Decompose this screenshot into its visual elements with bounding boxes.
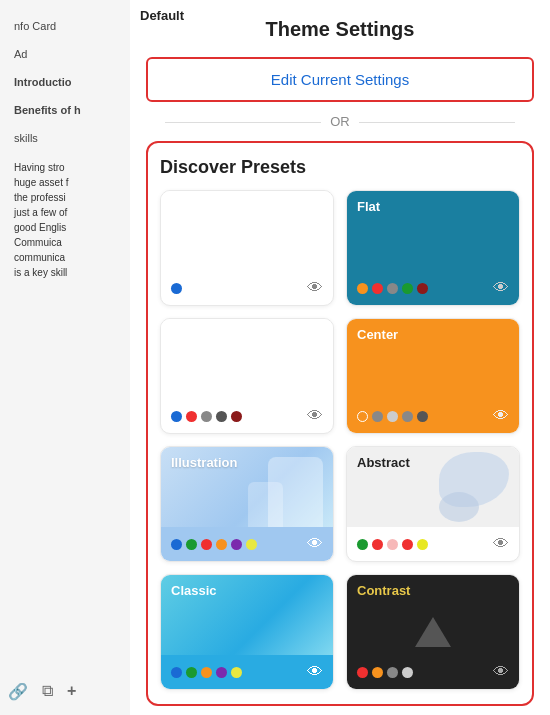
presets-grid: 👁 Default Flat 👁	[160, 190, 520, 690]
preset-name-abstract: Abstract	[357, 455, 410, 470]
color-dots-flat	[357, 283, 428, 294]
color-dots-illustration	[171, 539, 257, 550]
preset-footer-flat: 👁	[347, 271, 519, 305]
dot	[201, 411, 212, 422]
dot	[171, 667, 182, 678]
eye-icon-center[interactable]: 👁	[493, 407, 509, 425]
preset-footer-abstract: 👁	[347, 527, 519, 561]
or-divider: OR	[146, 114, 534, 129]
abstract-blob2	[439, 492, 479, 522]
dot	[171, 411, 182, 422]
edit-current-settings-button[interactable]: Edit Current Settings	[146, 57, 534, 102]
dot	[372, 667, 383, 678]
dot	[216, 539, 227, 550]
dot	[402, 411, 413, 422]
dot	[387, 539, 398, 550]
copy-icon[interactable]: ⧉	[42, 682, 53, 701]
dot	[201, 667, 212, 678]
eye-icon-default[interactable]: 👁	[307, 279, 323, 297]
dot	[201, 539, 212, 550]
preset-footer-colorful: 👁	[161, 399, 333, 433]
link-icon[interactable]: 🔗	[8, 682, 28, 701]
color-dots-abstract	[357, 539, 428, 550]
eye-icon-classic[interactable]: 👁	[307, 663, 323, 681]
color-dots-contrast	[357, 667, 413, 678]
bottom-icons: 🔗 ⧉ +	[8, 682, 76, 701]
dot	[357, 539, 368, 550]
info-card-label: nfo Card	[8, 16, 122, 36]
color-dots-center	[357, 411, 428, 422]
add-label: Ad	[8, 44, 122, 64]
presets-title: Discover Presets	[160, 157, 520, 178]
presets-section: Discover Presets 👁 Default Flat	[146, 141, 534, 706]
benefits-sub: skills	[8, 128, 122, 148]
preset-name-classic: Classic	[171, 583, 217, 598]
eye-icon-flat[interactable]: 👁	[493, 279, 509, 297]
preset-footer-illustration: 👁	[161, 527, 333, 561]
preset-card-colorful[interactable]: Colorful Font 👁	[160, 318, 334, 434]
dot	[186, 667, 197, 678]
intro-label: Introductio	[8, 72, 122, 92]
left-panel: nfo Card Ad Introductio Benefits of h sk…	[0, 0, 130, 715]
preset-preview-flat: Flat	[347, 191, 519, 271]
preset-name-center: Center	[357, 327, 398, 342]
eye-icon-abstract[interactable]: 👁	[493, 535, 509, 553]
preset-preview-default	[161, 191, 333, 271]
dot	[357, 411, 368, 422]
dot	[357, 667, 368, 678]
preset-card-flat[interactable]: Flat 👁	[346, 190, 520, 306]
eye-icon-contrast[interactable]: 👁	[493, 663, 509, 681]
preset-card-contrast[interactable]: Contrast 👁	[346, 574, 520, 690]
preset-name-illustration: Illustration	[171, 455, 237, 470]
preset-footer-center: 👁	[347, 399, 519, 433]
contrast-triangle	[415, 617, 451, 647]
illus-shape2	[248, 482, 283, 527]
preset-name-contrast: Contrast	[357, 583, 410, 598]
dot	[402, 283, 413, 294]
dot	[372, 539, 383, 550]
dot	[417, 411, 428, 422]
dot	[186, 411, 197, 422]
dot	[216, 667, 227, 678]
preset-card-classic[interactable]: Classic 👁	[160, 574, 334, 690]
preset-name-flat: Flat	[357, 199, 380, 214]
dot	[171, 283, 182, 294]
preset-card-default[interactable]: 👁 Default	[160, 190, 334, 306]
dot	[231, 411, 242, 422]
preset-preview-classic: Classic	[161, 575, 333, 655]
dot	[231, 667, 242, 678]
dot	[387, 283, 398, 294]
dot	[417, 283, 428, 294]
preset-preview-abstract: Abstract	[347, 447, 519, 527]
preset-preview-contrast: Contrast	[347, 575, 519, 655]
dot	[357, 283, 368, 294]
dot	[387, 667, 398, 678]
color-dots-classic	[171, 667, 242, 678]
preset-preview-illustration: Illustration	[161, 447, 333, 527]
dot	[417, 539, 428, 550]
preset-card-center[interactable]: Center 👁	[346, 318, 520, 434]
dot	[231, 539, 242, 550]
dot	[402, 667, 413, 678]
dot	[372, 411, 383, 422]
color-dots-colorful	[171, 411, 242, 422]
dot	[186, 539, 197, 550]
modal-title: Theme Settings	[146, 18, 534, 41]
color-dots-default	[171, 283, 182, 294]
dot	[171, 539, 182, 550]
dot	[216, 411, 227, 422]
preset-preview-center: Center	[347, 319, 519, 399]
dot	[402, 539, 413, 550]
preset-card-abstract[interactable]: Abstract 👁	[346, 446, 520, 562]
eye-icon-colorful[interactable]: 👁	[307, 407, 323, 425]
add-icon[interactable]: +	[67, 682, 76, 701]
dot	[387, 411, 398, 422]
preset-preview-colorful	[161, 319, 333, 399]
preset-footer-classic: 👁	[161, 655, 333, 689]
dot	[246, 539, 257, 550]
or-label: OR	[330, 114, 350, 129]
dot	[372, 283, 383, 294]
theme-settings-modal: Theme Settings Edit Current Settings OR …	[130, 0, 550, 715]
preset-card-illustration[interactable]: Illustration 👁	[160, 446, 334, 562]
eye-icon-illustration[interactable]: 👁	[307, 535, 323, 553]
